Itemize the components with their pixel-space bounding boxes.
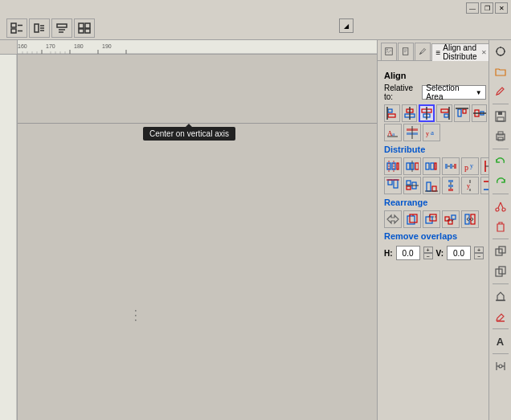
tab-image[interactable] xyxy=(381,43,397,60)
svg-rect-123 xyxy=(452,215,456,219)
strip-text-icon[interactable]: A xyxy=(491,332,510,351)
strip-zoom-icon[interactable] xyxy=(491,242,510,261)
svg-point-147 xyxy=(496,208,499,211)
align-center-h-button[interactable] xyxy=(402,104,418,122)
v-increment-button[interactable]: + xyxy=(474,247,484,253)
close-button[interactable]: ✕ xyxy=(495,2,508,14)
minimize-button[interactable]: — xyxy=(466,2,479,14)
svg-rect-97 xyxy=(407,186,411,190)
distribute-gap-h-button[interactable] xyxy=(442,157,460,175)
toolbar-btn-4[interactable] xyxy=(74,18,95,38)
ruler-vertical xyxy=(0,55,18,420)
svg-text:190: 190 xyxy=(102,43,112,49)
align-middle-button[interactable] xyxy=(472,104,488,122)
rearrange-clone-button[interactable] xyxy=(423,210,440,228)
toolbar-btn-2[interactable] xyxy=(29,18,50,38)
strip-sep-3 xyxy=(493,194,509,194)
svg-rect-52 xyxy=(444,114,448,117)
strip-undo-icon[interactable] xyxy=(491,152,510,171)
toolbar-btn-1[interactable] xyxy=(6,18,27,38)
v-input[interactable] xyxy=(447,246,471,260)
strip-snap-icon[interactable] xyxy=(491,357,510,376)
strip-copy-icon[interactable] xyxy=(491,262,510,281)
svg-marker-114 xyxy=(387,215,399,223)
svg-rect-80 xyxy=(426,163,429,169)
distribute-gap-v-button[interactable] xyxy=(442,177,460,194)
top-toolbar: ◢ xyxy=(0,16,511,40)
relative-to-dropdown[interactable]: Selection Area ▼ xyxy=(422,85,485,100)
strip-sep-1 xyxy=(493,104,509,104)
distribute-py-button[interactable]: p y xyxy=(461,157,479,175)
right-icon-strip: A xyxy=(489,40,511,420)
strip-folder-icon[interactable] xyxy=(491,62,510,81)
h-increment-button[interactable]: + xyxy=(423,247,433,253)
relative-to-value: Selection Area xyxy=(426,84,475,101)
canvas-area xyxy=(18,55,377,420)
svg-text:y: y xyxy=(470,162,473,169)
align-buttons-row2: A a y a xyxy=(384,124,505,141)
svg-rect-101 xyxy=(432,186,436,191)
align-center-vertical-axis-button[interactable] xyxy=(419,104,435,122)
v-label: V: xyxy=(436,249,444,258)
svg-rect-81 xyxy=(431,163,434,169)
rearrange-section: Rearrange xyxy=(384,198,505,228)
align-left-button[interactable] xyxy=(384,104,400,122)
distribute-center-v-button[interactable] xyxy=(403,177,421,194)
canvas-line-h xyxy=(18,123,377,124)
svg-point-148 xyxy=(502,208,505,211)
strip-pencil-icon[interactable] xyxy=(491,82,510,101)
rearrange-exchange2-button[interactable] xyxy=(461,210,479,228)
h-input[interactable] xyxy=(396,246,420,260)
toolbar-btn-3[interactable] xyxy=(51,18,72,38)
svg-rect-94 xyxy=(394,180,398,188)
align-text-baseline-left-button[interactable]: A a xyxy=(384,124,402,141)
strip-save-icon[interactable] xyxy=(491,107,510,126)
distribute-left-button[interactable] xyxy=(384,157,402,175)
strip-print-icon[interactable] xyxy=(491,127,510,146)
distribute-right-button[interactable] xyxy=(423,157,440,175)
rearrange-exchange-button[interactable] xyxy=(384,210,402,228)
svg-rect-118 xyxy=(426,217,432,223)
align-ya-button[interactable]: y a xyxy=(423,124,440,141)
restore-button[interactable]: ❐ xyxy=(480,2,493,14)
rearrange-group-button[interactable] xyxy=(442,210,460,228)
strip-paste-icon[interactable] xyxy=(491,217,510,236)
svg-rect-78 xyxy=(415,163,419,169)
panel-resize-handle[interactable]: ··· xyxy=(130,309,143,324)
align-btn-8[interactable] xyxy=(403,124,421,141)
svg-rect-93 xyxy=(388,180,392,185)
svg-rect-33 xyxy=(386,48,393,55)
tab-pen[interactable] xyxy=(415,43,431,60)
strip-color-icon[interactable] xyxy=(491,287,510,306)
dropdown-arrow-icon: ▼ xyxy=(476,89,482,96)
h-decrement-button[interactable]: − xyxy=(423,253,433,259)
strip-pencil2-icon[interactable] xyxy=(491,307,510,326)
align-right-button[interactable] xyxy=(436,104,452,122)
strip-redo-icon[interactable] xyxy=(491,172,510,191)
distribute-center-h-button[interactable] xyxy=(403,157,421,175)
svg-rect-73 xyxy=(397,163,399,169)
corner-btn[interactable]: ◢ xyxy=(339,18,354,33)
strip-select-icon[interactable] xyxy=(491,42,510,61)
svg-text:p: p xyxy=(464,163,468,172)
svg-text:170: 170 xyxy=(46,43,55,49)
svg-point-135 xyxy=(497,47,505,55)
distribute-top-button[interactable] xyxy=(384,177,402,194)
rearrange-buttons xyxy=(384,210,505,228)
align-tab-close[interactable]: ✕ xyxy=(481,49,487,56)
align-top-button[interactable] xyxy=(454,104,470,122)
svg-rect-85 xyxy=(454,164,456,169)
strip-cut-icon[interactable] xyxy=(491,197,510,216)
svg-point-34 xyxy=(386,49,388,51)
distribute-row2: y xyxy=(384,177,505,194)
svg-rect-96 xyxy=(407,181,411,185)
tab-document[interactable] xyxy=(398,43,414,60)
strip-sep-2 xyxy=(493,149,509,149)
tab-align-distribute[interactable]: ≡ Align and Distribute ✕ xyxy=(431,43,491,61)
rearrange-copy-button[interactable] xyxy=(403,210,421,228)
title-bar: — ❐ ✕ xyxy=(0,0,511,16)
distribute-btn5v[interactable]: y xyxy=(461,177,479,194)
v-decrement-button[interactable]: − xyxy=(474,253,484,259)
distribute-bottom-button[interactable] xyxy=(423,177,440,194)
svg-rect-82 xyxy=(435,163,436,169)
